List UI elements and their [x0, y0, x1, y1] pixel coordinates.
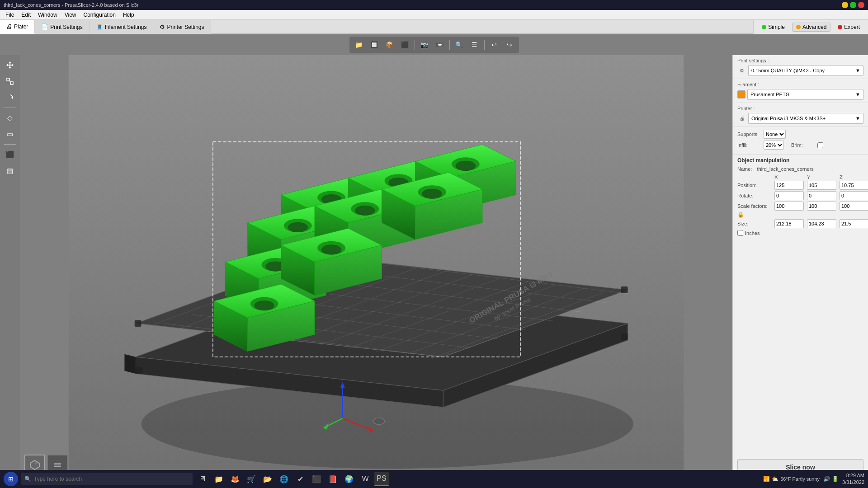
undo-btn[interactable]: ↩ [487, 38, 501, 52]
taskbar-search[interactable]: 🔍 [21, 473, 193, 485]
tab-plater-label: Plater [14, 23, 28, 30]
delete-btn[interactable]: 🔲 [368, 38, 381, 52]
paste-btn[interactable]: 📼 [433, 38, 447, 52]
size-z-input[interactable] [840, 219, 868, 228]
search-btn[interactable]: 🔍 [453, 38, 466, 52]
position-x-input[interactable] [774, 181, 804, 190]
tab-printer-settings[interactable]: ⚙ Printer Settings [153, 20, 211, 34]
svg-rect-88 [621, 333, 628, 340]
scale-x-input[interactable] [774, 202, 804, 211]
print-settings-icon: 📄 [41, 23, 48, 30]
taskbar-app-folder[interactable]: 📁 [212, 472, 226, 486]
clock-date: 3/31/2022 [842, 479, 864, 486]
taskbar-app-check[interactable]: ✔ [293, 472, 307, 486]
svg-rect-1 [7, 78, 9, 81]
tabbar: 🖨 Plater 📄 Print Settings 🧵 Filament Set… [0, 20, 868, 34]
taskbar-clock[interactable]: 8:29 AM 3/31/2022 [842, 472, 864, 486]
inches-checkbox[interactable] [737, 230, 743, 236]
tab-filament-settings[interactable]: 🧵 Filament Settings [90, 20, 154, 34]
infill-label: Infill: [737, 142, 760, 148]
svg-point-62 [422, 189, 442, 199]
filament-color-swatch[interactable] [737, 90, 745, 99]
tab-plater[interactable]: 🖨 Plater [0, 20, 35, 34]
redo-btn[interactable]: ↪ [503, 38, 516, 52]
start-button[interactable]: ⊞ [4, 472, 18, 486]
rotate-tool[interactable] [3, 90, 17, 105]
search-input[interactable] [34, 476, 170, 482]
layer-preview-btn[interactable]: ▤ [3, 164, 17, 178]
simple-dot [762, 25, 766, 29]
right-panel: Print settings : ⚙ 0.15mm QUALITY @MK3 -… [732, 55, 868, 480]
mode-simple-btn[interactable]: Simple [758, 23, 788, 31]
taskbar-app-acrobat[interactable]: 📕 [326, 472, 340, 486]
taskbar-app-files2[interactable]: 📂 [260, 472, 275, 486]
view-3d-btn[interactable]: ⬛ [3, 147, 17, 162]
search-icon: 🔍 [24, 476, 31, 482]
rotate-z-input[interactable] [840, 191, 868, 200]
menu-configuration[interactable]: Configuration [80, 11, 119, 19]
position-z-input[interactable] [840, 181, 868, 190]
menu-help[interactable]: Help [119, 11, 138, 19]
filament-dropdown[interactable]: Prusament PETG ▼ [747, 89, 863, 100]
printer-dropdown[interactable]: Original Prusa i3 MK3S & MK3S+ ▼ [748, 113, 863, 124]
tab-print-settings[interactable]: 📄 Print Settings [35, 20, 89, 34]
battery-icon: 🔋 [832, 476, 839, 482]
menu-view[interactable]: View [61, 11, 80, 19]
object-list-btn[interactable]: ☰ [468, 38, 481, 52]
toolbar: 📁 🔲 📦 ⬛ 📷 📼 🔍 ☰ ↩ ↪ [0, 34, 868, 55]
arrange-btn[interactable]: ⬛ [398, 38, 412, 52]
scale-tool[interactable] [3, 74, 17, 89]
size-y-input[interactable] [807, 219, 836, 228]
add-object-btn[interactable]: 📁 [352, 38, 366, 52]
copy-btn[interactable]: 📷 [418, 38, 431, 52]
taskbar-app-apps[interactable]: ⬛ [309, 472, 324, 486]
delete-all-btn[interactable]: 📦 [383, 38, 396, 52]
infill-dropdown[interactable]: 20% [764, 141, 784, 150]
mode-simple-label: Simple [768, 24, 785, 30]
mode-expert-btn[interactable]: Expert [834, 23, 863, 31]
brim-checkbox[interactable] [817, 142, 823, 148]
taskbar-app-firefox[interactable]: 🦊 [228, 472, 242, 486]
printer-dropdown-arrow: ▼ [855, 116, 860, 121]
rotate-x-input[interactable] [774, 191, 804, 200]
print-settings-dropdown[interactable]: 0.15mm QUALITY @MK3 - Copy ▼ [748, 65, 863, 76]
taskbar-app-browser[interactable]: 🌍 [342, 472, 356, 486]
menu-file[interactable]: File [2, 11, 18, 19]
volume-icon[interactable]: 🔊 [823, 476, 830, 482]
position-y-input[interactable] [807, 181, 836, 190]
paint-tool[interactable]: ▭ [3, 127, 17, 141]
taskbar-app-store[interactable]: 🛒 [244, 472, 259, 486]
taskbar-app-prusaslicer[interactable]: PS [374, 472, 389, 486]
mode-advanced-btn[interactable]: Advanced [792, 23, 830, 32]
plater-icon: 🖨 [6, 23, 12, 30]
svg-point-77 [254, 300, 274, 310]
scale-y-input[interactable] [807, 202, 836, 211]
clock-time: 8:29 AM [842, 472, 864, 479]
scale-lock-icon[interactable]: 🔒 [737, 211, 774, 218]
menu-window[interactable]: Window [34, 11, 61, 19]
expert-dot [838, 25, 842, 29]
taskbar-app-word[interactable]: W [358, 472, 373, 486]
taskbar-app-ie[interactable]: 🌐 [277, 472, 291, 486]
rotate-label: Rotate: [737, 193, 774, 198]
svg-point-89 [373, 418, 385, 425]
taskbar-app-files[interactable]: 🖥 [195, 472, 210, 486]
object-manipulation: Object manipulation Name: third_lack_con… [733, 155, 868, 239]
rotate-y-input[interactable] [807, 191, 836, 200]
printer-label: Printer : [737, 106, 863, 111]
supports-dropdown[interactable]: None [764, 130, 786, 139]
size-label: Size: [737, 221, 774, 226]
size-x-input[interactable] [774, 219, 804, 228]
svg-marker-4 [11, 96, 13, 99]
viewport[interactable]: ORIGINAL PRUSA i3 MK3 by Josef Prusa [20, 55, 732, 480]
z-header: Z [840, 174, 868, 180]
svg-rect-85 [135, 320, 142, 327]
network-icon[interactable]: 📶 [763, 476, 770, 482]
maximize-btn[interactable] [850, 2, 856, 8]
cut-tool[interactable]: ◇ [3, 111, 17, 125]
scale-z-input[interactable] [840, 202, 868, 211]
minimize-btn[interactable] [842, 2, 848, 8]
close-btn[interactable] [858, 2, 864, 8]
move-tool[interactable] [3, 58, 17, 72]
menu-edit[interactable]: Edit [18, 11, 34, 19]
